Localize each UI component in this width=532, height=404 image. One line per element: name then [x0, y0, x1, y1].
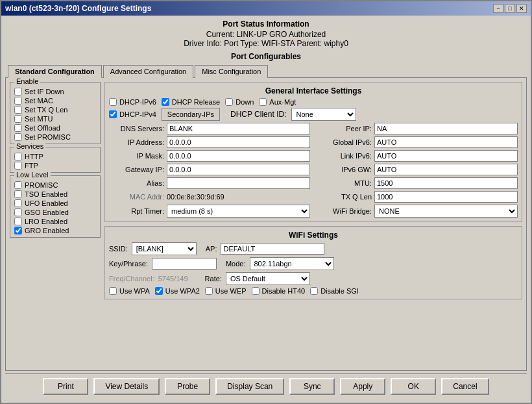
dhcp-release-checkbox[interactable] — [162, 98, 169, 106]
freq-channel-label: Freq/Channel: — [109, 275, 154, 283]
ssid-select[interactable]: [BLANK] — [132, 242, 197, 255]
promisc-checkbox[interactable] — [14, 181, 22, 189]
alias-input[interactable] — [167, 177, 310, 189]
http-label: HTTP — [25, 153, 43, 160]
print-button[interactable]: Print — [43, 378, 88, 395]
rate-select[interactable]: OS Default — [226, 272, 310, 285]
view-details-button[interactable]: View Details — [93, 378, 160, 395]
ap-input[interactable] — [221, 243, 324, 255]
tso-enabled-checkbox[interactable] — [14, 190, 22, 198]
set-tx-q-len-item[interactable]: Set TX Q Len — [14, 106, 96, 114]
tab-misc[interactable]: Misc Configuration — [195, 65, 268, 78]
sync-button[interactable]: Sync — [289, 378, 335, 395]
set-mtu-item[interactable]: Set MTU — [14, 115, 96, 123]
bottom-bar: Print View Details Probe Display Scan Sy… — [5, 373, 527, 399]
down-checkbox[interactable] — [225, 98, 233, 106]
disable-sgi-item[interactable]: Disable SGI — [310, 287, 359, 295]
tab-standard[interactable]: Standard Configuration — [8, 65, 102, 78]
use-wep-checkbox[interactable] — [205, 287, 213, 295]
wifi-bridge-select[interactable]: NONE — [374, 205, 518, 218]
peer-ip-input[interactable] — [374, 123, 518, 134]
down-item[interactable]: Down — [225, 98, 254, 106]
use-wep-item[interactable]: Use WEP — [205, 287, 247, 295]
ok-button[interactable]: OK — [391, 378, 436, 395]
ip-mask-input[interactable] — [167, 150, 310, 162]
apply-button[interactable]: Apply — [340, 378, 385, 395]
aux-mgt-item[interactable]: Aux-Mgt — [259, 98, 296, 106]
dhcp-ipv6-checkbox[interactable] — [109, 98, 117, 106]
dhcp-ipv6-item[interactable]: DHCP-IPv6 — [109, 98, 156, 106]
use-wpa-checkbox[interactable] — [109, 287, 117, 295]
set-if-down-item[interactable]: Set IF Down — [14, 88, 96, 95]
set-tx-q-len-checkbox[interactable] — [14, 106, 22, 114]
disable-sgi-checkbox[interactable] — [310, 287, 318, 295]
current-value: LINK-UP GRO Authorized — [236, 30, 326, 39]
disable-ht40-item[interactable]: Disable HT40 — [252, 287, 306, 295]
set-offload-item[interactable]: Set Offload — [14, 124, 96, 132]
use-wep-label: Use WEP — [215, 287, 247, 295]
use-wpa2-label: Use WPA2 — [165, 287, 200, 295]
dhcp-ipv4-checkbox[interactable] — [109, 110, 117, 118]
link-ipv6-input[interactable] — [374, 150, 518, 162]
lro-enabled-checkbox[interactable] — [14, 218, 22, 225]
set-mac-item[interactable]: Set MAC — [14, 97, 96, 105]
ip-mask-row: IP Mask: — [109, 150, 310, 162]
set-mtu-checkbox[interactable] — [14, 115, 22, 123]
key-phrase-input[interactable] — [152, 258, 217, 270]
promisc-label: PROMISC — [25, 181, 58, 189]
dhcp-client-id-select[interactable]: None — [291, 108, 356, 121]
ip-address-input[interactable] — [167, 136, 310, 148]
set-promisc-item[interactable]: Set PROMISC — [14, 133, 96, 141]
gateway-ip-input[interactable] — [167, 164, 310, 175]
ufo-enabled-item[interactable]: UFO Enabled — [14, 199, 96, 207]
gro-enabled-checkbox[interactable] — [14, 227, 22, 234]
dhcp-top-row: DHCP-IPv6 DHCP Release Down — [109, 98, 518, 106]
set-promisc-checkbox[interactable] — [14, 133, 22, 141]
ftp-checkbox[interactable] — [14, 162, 22, 170]
low-level-legend: Low Level — [14, 171, 51, 179]
set-offload-checkbox[interactable] — [14, 124, 22, 132]
dhcp-ipv4-item[interactable]: DHCP-IPv4 — [109, 110, 156, 118]
gro-enabled-item[interactable]: GRO Enabled — [14, 227, 96, 234]
lro-enabled-item[interactable]: LRO Enabled — [14, 218, 96, 225]
dhcp-release-item[interactable]: DHCP Release — [162, 98, 220, 106]
close-button[interactable]: ✕ — [516, 4, 527, 13]
http-checkbox[interactable] — [14, 153, 22, 160]
tab-advanced[interactable]: Advanced Configuration — [103, 65, 193, 78]
display-scan-button[interactable]: Display Scan — [215, 378, 284, 395]
gso-enabled-checkbox[interactable] — [14, 208, 22, 216]
use-wpa2-checkbox[interactable] — [155, 287, 163, 295]
secondary-ips-button[interactable]: Secondary-IPs — [162, 108, 220, 121]
mode-select[interactable]: 802.11abgn — [250, 257, 334, 270]
ip-address-label: IP Address: — [109, 138, 164, 146]
probe-button[interactable]: Probe — [165, 378, 210, 395]
promisc-item[interactable]: PROMISC — [14, 181, 96, 189]
tso-enabled-item[interactable]: TSO Enabled — [14, 190, 96, 198]
use-wpa-item[interactable]: Use WPA — [109, 287, 150, 295]
ufo-enabled-checkbox[interactable] — [14, 199, 22, 207]
mtu-input[interactable] — [374, 177, 518, 189]
disable-sgi-label: Disable SGI — [320, 287, 359, 295]
disable-ht40-checkbox[interactable] — [252, 287, 260, 295]
rpt-timer-select[interactable]: medium (8 s) — [167, 205, 310, 218]
cancel-button[interactable]: Cancel — [441, 378, 489, 395]
driver-label: Driver Info: — [184, 39, 222, 48]
wifi-bridge-row: WiFi Bridge: NONE — [317, 205, 518, 218]
http-item[interactable]: HTTP — [14, 153, 96, 160]
tx-q-len-input[interactable] — [374, 191, 518, 203]
aux-mgt-checkbox[interactable] — [259, 98, 267, 106]
ftp-item[interactable]: FTP — [14, 162, 96, 170]
set-mac-checkbox[interactable] — [14, 97, 22, 105]
use-wpa2-item[interactable]: Use WPA2 — [155, 287, 200, 295]
gso-enabled-item[interactable]: GSO Enabled — [14, 208, 96, 216]
global-ipv6-input[interactable] — [374, 136, 518, 148]
services-section: Services HTTP FTP — [10, 147, 101, 173]
set-if-down-checkbox[interactable] — [14, 88, 22, 95]
ipv6-gw-input[interactable] — [374, 164, 518, 175]
key-phrase-label: Key/Phrase: — [109, 260, 148, 268]
maximize-button[interactable]: □ — [505, 4, 515, 13]
dns-servers-input[interactable] — [167, 123, 310, 134]
link-ipv6-label: Link IPv6: — [317, 152, 372, 160]
minimize-button[interactable]: − — [493, 4, 503, 13]
services-items: HTTP FTP — [14, 153, 96, 170]
